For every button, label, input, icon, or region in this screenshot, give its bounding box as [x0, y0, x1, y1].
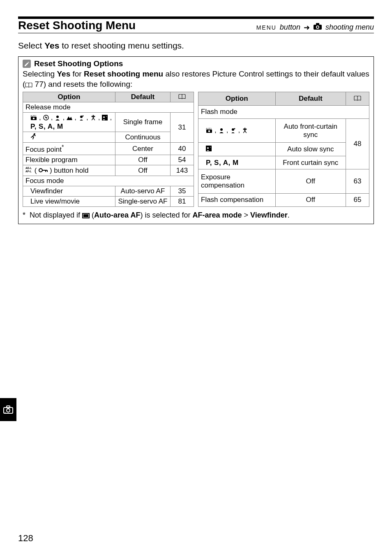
cell-page-143: 143 — [171, 165, 194, 176]
col-option: Option — [23, 92, 115, 102]
svg-text:AF-L: AF-L — [25, 170, 32, 173]
svg-point-19 — [103, 116, 105, 118]
button-label: button — [280, 23, 300, 32]
menu-glyph: MENU — [256, 24, 277, 31]
row-flexible-program: Flexible program — [23, 155, 115, 165]
cell-page-35: 35 — [171, 186, 194, 197]
title-bar: Reset Shooting Menu MENU button ➜ shooti… — [18, 19, 374, 33]
camera-outline-icon — [3, 405, 14, 414]
auto-area-af-icon — [82, 213, 90, 218]
cell-default-off-1: Off — [115, 155, 170, 165]
row-live-view: Live view/movie — [23, 197, 115, 207]
lock-key-icon — [39, 168, 48, 173]
section-release-mode: Release mode — [23, 102, 194, 113]
svg-point-20 — [106, 116, 107, 117]
svg-point-17 — [92, 115, 94, 116]
section-flash-mode: Flash mode — [198, 105, 369, 118]
box-description: Selecting Yes for Reset shooting menu al… — [23, 69, 369, 89]
row-psam: P, S, A, M — [198, 156, 276, 169]
svg-point-34 — [234, 128, 235, 129]
sports-icon — [30, 133, 37, 139]
arrow-icon: ➜ — [304, 23, 310, 32]
row-flash-modes-1: AUTO, , , — [198, 119, 276, 143]
svg-point-14 — [92, 116, 94, 118]
row-sports-icon — [23, 132, 115, 143]
svg-point-46 — [7, 409, 10, 412]
title-context: MENU button ➜ shooting menu — [256, 23, 374, 32]
svg-point-36 — [243, 128, 244, 130]
svg-point-13 — [83, 116, 84, 117]
cell-page-54: 54 — [171, 155, 194, 165]
side-tab — [0, 398, 16, 421]
cell-default-continuous: Continuous — [115, 132, 170, 143]
svg-point-41 — [210, 147, 211, 148]
cell-default-front-curtain: Front curtain sync — [275, 156, 346, 169]
cell-default-single-frame: Single frame — [115, 113, 170, 132]
reset-options-box: Reset Shooting Options Selecting Yes for… — [18, 56, 374, 224]
svg-point-35 — [244, 129, 246, 130]
svg-text:AE-L: AE-L — [25, 167, 32, 169]
row-flash-comp: Flash compensation — [198, 193, 276, 206]
cell-page-48: 48 — [346, 119, 369, 169]
row-button-hold: AE-LAF-L ( ) button hold — [23, 165, 115, 176]
shooting-menu-text: shooting menu — [325, 23, 374, 32]
camera-icon — [313, 23, 322, 32]
cell-page-81: 81 — [171, 197, 194, 207]
svg-point-31 — [208, 130, 210, 132]
svg-point-38 — [244, 127, 246, 129]
page-number: 128 — [18, 533, 33, 544]
row-focus-point: Focus point* — [23, 143, 115, 155]
col-page — [171, 92, 194, 102]
svg-point-11 — [56, 116, 59, 118]
right-table: Option Default Flash mode AUTO, , , — [198, 92, 369, 207]
svg-point-9 — [33, 118, 35, 120]
svg-point-24 — [39, 169, 42, 172]
svg-point-40 — [207, 147, 209, 149]
svg-rect-1 — [316, 23, 319, 25]
cell-default-auto-slow-sync: Auto slow sync — [275, 143, 346, 156]
svg-point-16 — [94, 116, 95, 117]
svg-rect-45 — [7, 406, 10, 408]
cell-default-off-4: Off — [275, 193, 346, 206]
box-title: Reset Shooting Options — [34, 59, 123, 68]
book-icon — [25, 80, 32, 88]
svg-point-3 — [317, 26, 318, 28]
cell-default-auto-servo: Auto-servo AF — [115, 186, 170, 197]
col-default-r: Default — [275, 92, 346, 105]
row-viewfinder: Viewfinder — [23, 186, 115, 197]
col-default: Default — [115, 92, 170, 102]
svg-rect-43 — [83, 214, 88, 217]
page-title: Reset Shooting Menu — [18, 19, 136, 32]
cell-page-63: 63 — [346, 169, 369, 193]
footnote: * Not displayed if (Auto-area AF) is sel… — [23, 211, 369, 220]
scene-mode-icons-1: AUTO, , , , , , , — [30, 114, 112, 122]
night-portrait-icon — [206, 146, 212, 151]
pencil-icon — [23, 60, 31, 68]
svg-point-37 — [246, 128, 247, 130]
cell-default-off-2: Off — [115, 165, 170, 176]
row-modes-1: AUTO, , , , , , , P, S, A, M — [23, 113, 115, 132]
svg-point-12 — [80, 116, 83, 118]
col-page-r — [346, 92, 369, 105]
body-paragraph: Select Yes to reset shooting menu settin… — [18, 41, 374, 51]
cell-page-40: 40 — [171, 143, 194, 155]
col-option-r: Option — [198, 92, 276, 105]
svg-point-33 — [232, 128, 234, 131]
row-exposure-comp: Exposure compensation — [198, 169, 276, 193]
cell-default-center: Center — [115, 143, 170, 155]
ael-afl-icon: AE-LAF-L — [25, 166, 32, 173]
cell-default-off-3: Off — [275, 169, 346, 193]
scene-mode-icons-2: AUTO, , , — [206, 126, 248, 134]
svg-point-47 — [5, 412, 6, 413]
svg-point-15 — [91, 116, 92, 117]
cell-page-65: 65 — [346, 193, 369, 206]
left-table: Option Default Release mode AUTO, , , , — [23, 92, 194, 207]
section-focus-mode: Focus mode — [23, 176, 194, 186]
cell-page-31: 31 — [171, 113, 194, 143]
svg-point-32 — [220, 128, 223, 131]
cell-default-single-servo: Single-servo AF — [115, 197, 170, 207]
cell-default-auto-front-curtain: Auto front-curtain sync — [275, 119, 346, 143]
row-night-portrait-icon — [198, 143, 276, 156]
